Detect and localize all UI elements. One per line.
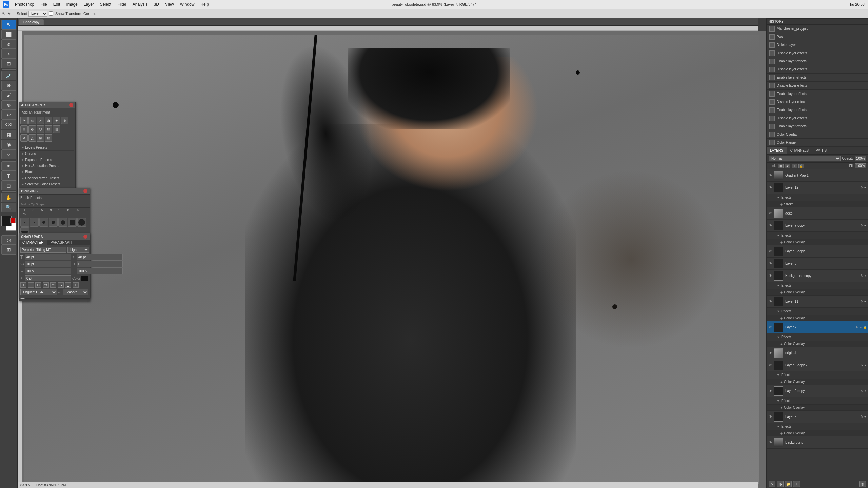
layer-eye-13[interactable]: 👁 <box>768 440 773 445</box>
layer-sub-item-10-1[interactable]: ◈ Color Overlay <box>767 379 868 385</box>
adj-levels-icon[interactable]: ▭ <box>28 117 36 124</box>
lock-image-btn[interactable]: 🖌 <box>785 164 790 168</box>
layer-eye-11[interactable]: 👁 <box>768 389 773 393</box>
quick-select-tool[interactable]: ⌖ <box>1 49 16 59</box>
menu-photoshop[interactable]: Photoshop <box>12 1 37 7</box>
layer-eye-3[interactable]: 👁 <box>768 223 773 228</box>
superscript-btn[interactable]: T² <box>50 282 56 288</box>
blend-mode-select[interactable]: Normal Multiply Screen Overlay <box>769 156 841 161</box>
lock-position-btn[interactable]: ✛ <box>792 164 797 168</box>
history-item-12[interactable]: Enable layer effects <box>767 122 868 130</box>
strikethrough-btn[interactable]: T <box>73 282 79 288</box>
layer-eye-5[interactable]: 👁 <box>768 261 773 266</box>
adj-selectivecolor-icon[interactable]: ❖ <box>20 134 28 142</box>
opacity-input[interactable] <box>855 156 866 161</box>
layer-sub-item-12-0[interactable]: ▼ Effects <box>767 423 868 430</box>
brush-sample-7[interactable] <box>77 218 86 227</box>
selectivecolor-presets-item[interactable]: ▶ Selective Color Presets <box>20 181 74 187</box>
underline-btn[interactable]: T <box>65 282 71 288</box>
history-item-4[interactable]: Enable layer effects <box>767 57 868 65</box>
history-item-2[interactable]: Delete Layer <box>767 41 868 49</box>
bw-presets-item[interactable]: ▶ Black <box>20 169 74 175</box>
adj-gradient-icon[interactable]: ▦ <box>53 125 60 133</box>
layer-sub-item-8-0[interactable]: ▼ Effects <box>767 333 868 341</box>
shape-tool[interactable]: ◻ <box>1 181 16 190</box>
layer-sub-item-6-1[interactable]: ◈ Color Overlay <box>767 289 868 296</box>
layer-item-13[interactable]: 👁 Background <box>767 436 868 449</box>
layer-sub-item-8-1[interactable]: ◈ Color Overlay <box>767 341 868 347</box>
history-item-7[interactable]: Disable layer effects <box>767 82 868 90</box>
font-style-select[interactable]: Light Regular Bold <box>67 247 89 253</box>
layer-item-1[interactable]: 👁 Layer 12 fx ✦ <box>767 182 868 194</box>
history-item-13[interactable]: Color Overlay <box>767 130 868 139</box>
history-item-6[interactable]: Enable layer effects <box>767 74 868 82</box>
history-item-10[interactable]: Enable layer effects <box>767 106 868 114</box>
menu-help[interactable]: Help <box>198 1 212 7</box>
tab-layers[interactable]: LAYERS <box>767 147 787 154</box>
brush-tool[interactable]: 🖌 <box>1 90 16 100</box>
lasso-tool[interactable]: ⌀ <box>1 39 16 49</box>
exposure-presets-item[interactable]: ▶ Exposure Presets <box>20 157 74 163</box>
layer-eye-7[interactable]: 👁 <box>768 299 773 304</box>
adj-invert-icon[interactable]: ⊡ <box>45 134 52 142</box>
history-item-5[interactable]: Disable layer effects <box>767 65 868 74</box>
brush-sample-5[interactable] <box>58 218 67 227</box>
history-brush-tool[interactable]: ↩ <box>1 110 16 120</box>
history-item-11[interactable]: Disable layer effects <box>767 114 868 122</box>
text-color-swatch[interactable] <box>81 276 88 281</box>
layer-sub-item-7-0[interactable]: ▼ Effects <box>767 308 868 315</box>
char-tab-paragraph[interactable]: PARAGRAPH <box>47 240 75 245</box>
selection-tool[interactable]: ⬜ <box>1 29 16 39</box>
layer-eye-9[interactable]: 👁 <box>768 351 773 355</box>
layer-sub-item-1-0[interactable]: ▼ Effects <box>767 194 868 201</box>
adj-channelmixer-icon[interactable]: ⊟ <box>45 125 52 133</box>
layer-item-7[interactable]: 👁 Layer 11 fx ✦ <box>767 296 868 308</box>
history-item-14[interactable]: Color Range <box>767 139 868 147</box>
scale-h-input[interactable] <box>25 268 71 274</box>
brush-sample-2[interactable] <box>30 218 39 227</box>
font-family-input[interactable] <box>20 247 66 253</box>
brush-preset-label[interactable]: Brush Presets <box>19 195 90 201</box>
menu-filter[interactable]: Filter <box>115 1 129 7</box>
layer-sub-item-11-1[interactable]: ◈ Color Overlay <box>767 405 868 411</box>
tracking-input[interactable] <box>77 261 123 267</box>
layer-eye-12[interactable]: 👁 <box>768 414 773 419</box>
layer-sub-item-1-1[interactable]: ◈ Stroke <box>767 201 868 207</box>
menu-window[interactable]: Window <box>177 1 197 7</box>
layer-eye-8[interactable]: 👁 <box>768 325 773 330</box>
adj-photofilter-icon[interactable]: ⬡ <box>37 125 44 133</box>
fill-input[interactable] <box>855 163 866 168</box>
gradient-tool[interactable]: ▦ <box>1 130 16 139</box>
layer-item-12[interactable]: 👁 Layer 9 fx ✦ <box>767 411 868 423</box>
brush-sample-4[interactable] <box>49 218 58 227</box>
brush-sample-6[interactable] <box>68 218 77 227</box>
layer-item-10[interactable]: 👁 Layer 9 copy 2 fx ✦ <box>767 359 868 371</box>
auto-select-dropdown[interactable]: Layer Group <box>28 11 47 17</box>
layer-item-9[interactable]: 👁 original <box>767 347 868 359</box>
brush-sample-1[interactable] <box>20 218 29 227</box>
character-panel-header[interactable]: CHAR / PARA <box>19 233 90 240</box>
tab-paths[interactable]: PATHS <box>812 147 830 154</box>
history-item-0[interactable]: Manchester_proj.psd <box>767 25 868 33</box>
subscript-btn[interactable]: T₂ <box>58 282 64 288</box>
italic-btn[interactable]: T <box>28 282 34 288</box>
transform-controls-checkbox[interactable] <box>49 11 53 16</box>
new-layer-btn[interactable]: + <box>793 481 800 487</box>
layer-sub-item-3-1[interactable]: ◈ Color Overlay <box>767 239 868 245</box>
add-adjustment-layer-btn[interactable]: ◑ <box>777 481 784 487</box>
layer-eye-10[interactable]: 👁 <box>768 363 773 368</box>
quick-mask-tool[interactable]: ◎ <box>1 235 16 245</box>
zoom-tool[interactable]: 🔍 <box>1 203 16 212</box>
menu-image[interactable]: Image <box>63 1 80 7</box>
layer-sub-item-10-0[interactable]: ▼ Effects <box>767 371 868 379</box>
adj-bw-icon[interactable]: ◐ <box>28 125 36 133</box>
brushes-close-btn[interactable] <box>83 189 87 193</box>
menu-layer[interactable]: Layer <box>81 1 97 7</box>
font-size-input[interactable] <box>25 254 71 260</box>
brush-sample-3[interactable] <box>39 218 48 227</box>
layer-eye-1[interactable]: 👁 <box>768 185 773 190</box>
layer-eye-6[interactable]: 👁 <box>768 273 773 278</box>
eyedropper-tool[interactable]: 💉 <box>1 71 16 80</box>
adj-huesat-icon[interactable]: ⊕ <box>61 117 68 124</box>
pen-tool[interactable]: ✒ <box>1 161 16 171</box>
